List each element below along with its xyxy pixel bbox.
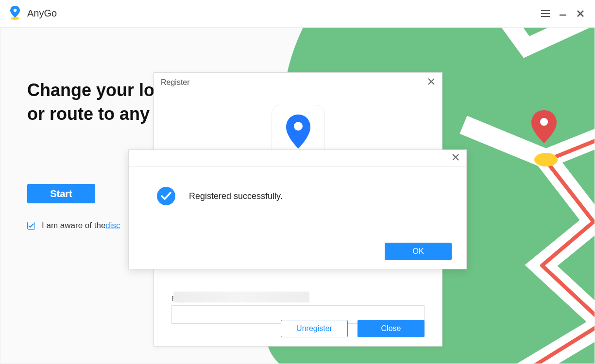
- titlebar: AnyGo: [0, 0, 595, 27]
- svg-point-9: [540, 118, 548, 126]
- hero-line2: or route to any: [27, 104, 150, 124]
- main-area: Change your lo or route to any Start I a…: [0, 27, 595, 364]
- app-title: AnyGo: [27, 8, 57, 19]
- svg-point-12: [294, 122, 303, 131]
- minimize-icon[interactable]: [554, 5, 572, 22]
- svg-point-1: [14, 8, 17, 11]
- success-check-icon: [157, 187, 175, 205]
- hero-line1: Change your lo: [27, 80, 154, 100]
- app-logo-icon: [9, 5, 21, 22]
- register-dialog-close-icon[interactable]: [427, 77, 435, 88]
- disclaimer-link[interactable]: disc: [105, 221, 120, 231]
- alert-close-icon[interactable]: [452, 152, 459, 164]
- disclaimer-checkbox[interactable]: [27, 222, 35, 230]
- close-window-icon[interactable]: [572, 5, 589, 22]
- register-close-button[interactable]: Close: [357, 320, 425, 337]
- unregister-button[interactable]: Unregister: [281, 320, 348, 337]
- register-dialog-title: Register: [161, 78, 190, 87]
- alert-message: Registered successfully.: [189, 191, 283, 201]
- register-dialog-header: Register: [154, 73, 442, 92]
- alert-ok-button[interactable]: OK: [385, 243, 452, 260]
- start-button[interactable]: Start: [27, 184, 95, 203]
- hero-heading: Change your lo or route to any: [27, 79, 154, 126]
- svg-point-8: [534, 153, 558, 166]
- disclaimer-text: I am aware of the: [42, 221, 105, 231]
- disclaimer-row: I am aware of the disc: [27, 221, 120, 231]
- success-alert-dialog: Registered successfully. OK: [128, 149, 467, 269]
- menu-icon[interactable]: [537, 5, 554, 22]
- redacted-code-overlay: [173, 292, 309, 302]
- alert-header: [129, 150, 466, 166]
